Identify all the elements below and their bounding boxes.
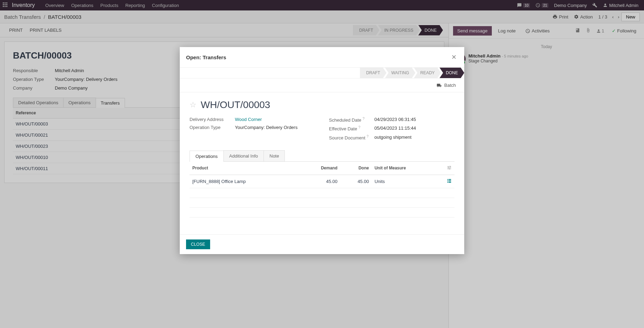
modal-status-ready[interactable]: READY bbox=[414, 68, 441, 78]
settings-icon[interactable] bbox=[447, 165, 452, 170]
src-value: outgoing shipment bbox=[375, 135, 412, 140]
modal-tabs: Operations Additional Info Note bbox=[190, 150, 454, 162]
close-icon[interactable]: ✕ bbox=[450, 52, 458, 62]
delivery-value[interactable]: Wood Corner bbox=[235, 117, 262, 122]
table-row[interactable]: [FURN_8888] Office Lamp45.0045.00Units bbox=[190, 175, 454, 188]
help-icon[interactable]: ? bbox=[367, 135, 369, 138]
cell-done: 45.00 bbox=[340, 175, 372, 188]
modal-status-bar: DRAFT WAITING READY DONE bbox=[360, 68, 464, 78]
svg-rect-2 bbox=[447, 181, 448, 181]
modal-tab-info[interactable]: Additional Info bbox=[223, 150, 264, 161]
cell-demand: 45.00 bbox=[299, 175, 340, 188]
star-icon[interactable]: ☆ bbox=[190, 100, 197, 109]
col-uom[interactable]: Unit of Measure bbox=[372, 162, 441, 175]
help-icon[interactable]: ? bbox=[363, 117, 365, 121]
batch-button[interactable]: Batch bbox=[432, 81, 459, 89]
detail-icon[interactable] bbox=[447, 178, 452, 183]
sched-value: 04/29/2023 06:31:45 bbox=[375, 117, 416, 123]
modal-status-waiting[interactable]: WAITING bbox=[385, 68, 415, 78]
modal-optype-label: Operation Type bbox=[190, 125, 235, 130]
close-button[interactable]: CLOSE bbox=[186, 239, 210, 249]
help-icon[interactable]: ? bbox=[358, 125, 361, 129]
delivery-label: Delivery Address bbox=[190, 117, 235, 122]
eff-label: Effective Date ? bbox=[329, 125, 375, 131]
src-label: Source Document ? bbox=[329, 135, 375, 140]
modal-overlay[interactable]: Open: Transfers ✕ DRAFT WAITING READY DO… bbox=[0, 0, 644, 328]
modal: Open: Transfers ✕ DRAFT WAITING READY DO… bbox=[180, 47, 464, 254]
cell-product: [FURN_8888] Office Lamp bbox=[190, 175, 299, 188]
modal-optype-value: YourCompany: Delivery Orders bbox=[235, 125, 297, 130]
svg-rect-0 bbox=[447, 179, 448, 180]
modal-status-done[interactable]: DONE bbox=[439, 68, 464, 78]
modal-tab-note[interactable]: Note bbox=[264, 150, 285, 161]
operations-table: Product Demand Done Unit of Measure [FUR… bbox=[190, 162, 454, 188]
svg-rect-3 bbox=[449, 181, 451, 181]
modal-tab-operations[interactable]: Operations bbox=[190, 151, 224, 162]
col-product[interactable]: Product bbox=[190, 162, 299, 175]
svg-rect-4 bbox=[447, 182, 448, 183]
truck-icon bbox=[436, 83, 442, 88]
modal-status-draft[interactable]: DRAFT bbox=[360, 68, 386, 78]
eff-value: 05/04/2023 11:15:44 bbox=[375, 125, 416, 131]
modal-record-title: WH/OUT/00003 bbox=[201, 99, 270, 110]
col-demand[interactable]: Demand bbox=[299, 162, 340, 175]
modal-title-header: Open: Transfers bbox=[186, 54, 226, 60]
svg-rect-5 bbox=[449, 182, 451, 183]
svg-rect-1 bbox=[449, 179, 451, 180]
cell-uom: Units bbox=[372, 175, 441, 188]
col-done[interactable]: Done bbox=[340, 162, 372, 175]
sched-label: Scheduled Date ? bbox=[329, 117, 375, 123]
